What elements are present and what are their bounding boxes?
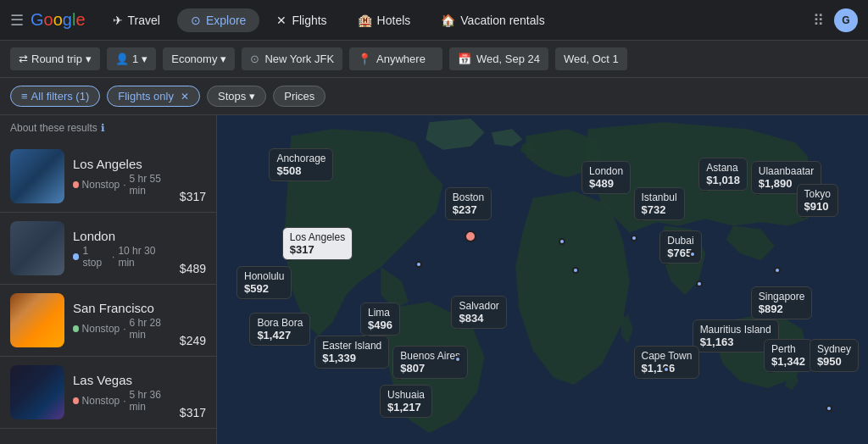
price-label-perth[interactable]: Perth$1,342 (764, 339, 813, 372)
price-label-losangeles[interactable]: Los Angeles$317 (282, 227, 353, 260)
label-price: $1,339 (322, 352, 356, 364)
price-label-anchorage[interactable]: Anchorage$508 (269, 148, 333, 181)
passengers-button[interactable]: 👤 1 ▾ (107, 47, 156, 70)
origin-dot (465, 230, 476, 242)
price-label-borabora[interactable]: Bora Bora$1,427 (249, 313, 310, 346)
price-label-capetown[interactable]: Cape Town$1,196 (634, 346, 700, 379)
price-label-tokyo[interactable]: Tokyo$910 (797, 184, 838, 217)
nav-right: ⠿ G (813, 8, 858, 32)
dot-newdelhi (689, 251, 696, 258)
price-label-astana[interactable]: Astana$1,018 (698, 158, 748, 191)
label-city: Bora Bora (257, 317, 303, 329)
separator: · (123, 179, 125, 191)
avatar[interactable]: G (834, 8, 858, 32)
flight-duration: 6 hr 28 min (130, 317, 171, 341)
nav-logo: ☰ Google (10, 10, 86, 30)
price-label-boston[interactable]: Boston$237 (445, 187, 492, 220)
label-price: $508 (276, 164, 301, 177)
price-label-singapore[interactable]: Singapore$892 (751, 286, 813, 319)
dot-lisbon (559, 238, 565, 245)
flight-city: London (73, 229, 171, 243)
stops-button[interactable]: Stops ▾ (207, 86, 266, 107)
calendar-icon: 📅 (458, 53, 471, 65)
filters-bar: ≡ All filters (1) Flights only ✕ Stops ▾… (0, 78, 868, 115)
top-nav: ☰ Google ✈ Travel ⊙ Explore ✕ Flights 🏨 … (0, 0, 868, 41)
price-label-ushuaia[interactable]: Ushuaia$1,217 (380, 385, 432, 418)
stop-label: Nonstop (82, 179, 120, 191)
label-price: $892 (759, 302, 783, 315)
label-price: $1,196 (642, 362, 676, 375)
flight-card[interactable]: London 1 stop · 10 hr 30 min $489 (0, 213, 216, 285)
separator: · (123, 395, 125, 407)
price-label-dubai[interactable]: Dubai$765 (659, 230, 701, 264)
price-label-honolulu[interactable]: Honolulu$592 (236, 266, 292, 299)
price-label-london[interactable]: London$489 (581, 161, 631, 194)
label-price: $317 (290, 243, 314, 256)
search-bar: ⇄ Round trip ▾ 👤 1 ▾ Economy ▾ ⊙ New Yor… (0, 41, 868, 78)
dot-athens (631, 235, 637, 241)
label-city: London (589, 165, 623, 177)
trip-type-label: Round trip (31, 53, 82, 65)
label-city: Astana (706, 162, 740, 174)
tab-explore-label: Explore (206, 14, 246, 27)
origin-value: New York JFK (264, 53, 334, 65)
flight-city: San Francisco (73, 301, 171, 315)
person-icon: 👤 (115, 53, 129, 65)
tab-flights[interactable]: ✕ Flights (263, 8, 340, 32)
location-icon: ⊙ (250, 53, 259, 65)
label-city: Salvador (459, 300, 498, 312)
label-price: $489 (589, 177, 614, 190)
date-start-value: Wed, Sep 24 (476, 53, 540, 65)
stop-indicator (73, 181, 79, 188)
date-end-input[interactable]: Wed, Oct 1 (555, 47, 627, 70)
price-label-lima[interactable]: Lima$496 (360, 302, 400, 336)
price-label-istanbul[interactable]: Istanbul$732 (634, 187, 685, 220)
label-city: Ushuaia (387, 389, 425, 401)
price-label-salvador[interactable]: Salvador$834 (451, 296, 506, 329)
tab-hotels-label: Hotels (377, 14, 411, 27)
date-end-value: Wed, Oct 1 (564, 53, 619, 65)
flight-card[interactable]: San Francisco Nonstop · 6 hr 28 min $249 (0, 285, 216, 357)
tab-explore[interactable]: ⊙ Explore (177, 8, 259, 32)
flight-details: Nonstop · 5 hr 36 min (73, 389, 171, 413)
passengers-chevron: ▾ (142, 53, 147, 65)
tab-hotels[interactable]: 🏨 Hotels (344, 8, 425, 32)
label-city: Buenos Aires (400, 350, 460, 362)
price-label-sydney[interactable]: Sydney$950 (810, 339, 859, 372)
date-start-input[interactable]: 📅 Wed, Sep 24 (449, 47, 548, 70)
flights-icon: ✕ (276, 14, 287, 27)
trip-type-button[interactable]: ⇄ Round trip ▾ (10, 47, 100, 70)
all-filters-button[interactable]: ≡ All filters (1) (10, 86, 100, 107)
tab-travel[interactable]: ✈ Travel (99, 8, 174, 32)
destination-input[interactable]: 📍 Anywhere (349, 47, 442, 70)
separator: · (112, 251, 114, 263)
tab-vacation[interactable]: 🏠 Vacation rentals (427, 8, 558, 32)
price-label-easterisland[interactable]: Easter Island$1,339 (314, 336, 389, 369)
label-price: $1,427 (257, 329, 291, 341)
flight-card[interactable]: Las Vegas Nonstop · 5 hr 36 min $317 (0, 357, 216, 429)
flight-duration: 5 hr 55 min (130, 173, 171, 197)
origin-input[interactable]: ⊙ New York JFK (242, 47, 342, 70)
flight-price: $249 (180, 334, 206, 347)
label-price: $807 (400, 362, 425, 375)
travel-icon: ✈ (113, 14, 123, 27)
tab-flights-label: Flights (292, 14, 326, 27)
flights-only-close[interactable]: ✕ (181, 91, 189, 103)
stop-label: Nonstop (82, 395, 120, 407)
stops-chevron: ▾ (249, 90, 255, 103)
flight-details: 1 stop · 10 hr 30 min (73, 245, 171, 269)
map-area[interactable]: Anchorage$508Los Angeles$317Honolulu$592… (217, 115, 868, 444)
flight-card[interactable]: Los Angeles Nonstop · 5 hr 55 min $317 (0, 141, 216, 213)
prices-button[interactable]: Prices (273, 86, 326, 107)
label-city: Perth (771, 343, 805, 355)
flight-duration: 5 hr 36 min (130, 389, 171, 413)
flight-city: Los Angeles (73, 157, 171, 171)
label-price: $592 (244, 282, 269, 295)
separator: · (123, 323, 125, 335)
tab-vacation-label: Vacation rentals (460, 14, 544, 27)
flights-only-chip[interactable]: Flights only ✕ (107, 86, 200, 107)
hamburger-icon[interactable]: ☰ (10, 11, 24, 30)
grid-icon[interactable]: ⠿ (813, 11, 824, 30)
class-button[interactable]: Economy ▾ (163, 47, 235, 70)
flight-info: Los Angeles Nonstop · 5 hr 55 min (73, 149, 171, 203)
